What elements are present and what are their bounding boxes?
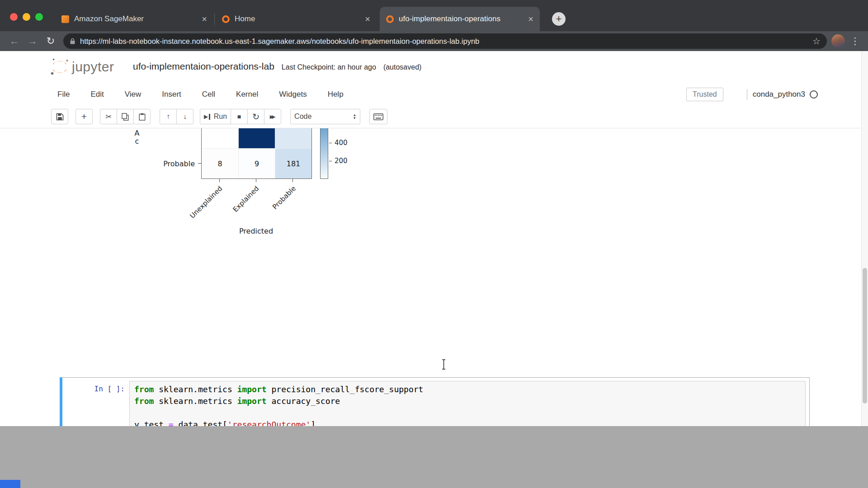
menu-kernel[interactable]: Kernel [236, 90, 258, 99]
notebook-toolbar: + ✂ ↑ ↓ [0, 105, 868, 128]
x-axis-label: Predicted [201, 227, 311, 235]
menu-help[interactable]: Help [328, 90, 344, 99]
add-cell-button[interactable]: + [75, 109, 93, 124]
heatmap-cell: 181 [275, 148, 311, 178]
heatmap-row-partial [202, 128, 311, 148]
close-window-button[interactable] [10, 13, 18, 21]
heatmap-cell [275, 128, 311, 148]
restart-icon: ↻ [252, 112, 259, 122]
menu-divider [747, 89, 747, 100]
jupyter-favicon-icon [386, 15, 394, 23]
restart-run-all-button[interactable]: ▶▶ [264, 109, 281, 124]
menu-view[interactable]: View [125, 90, 142, 99]
run-button[interactable]: ▶ Run [200, 109, 231, 124]
move-cell-up-button[interactable]: ↑ [160, 109, 177, 124]
tab-close-icon[interactable]: × [365, 14, 370, 23]
scrollbar-thumb[interactable] [863, 268, 867, 404]
jupyter-logo[interactable]: jupyter [50, 57, 114, 77]
tab-ufo-implementaion-operations[interactable]: ufo-implementaion-operations × [380, 7, 540, 31]
cell-type-select[interactable]: Code ▲▼ [290, 109, 360, 124]
heatmap-cell [202, 128, 238, 148]
forward-icon[interactable]: → [24, 35, 42, 47]
heatmap-cell [238, 128, 275, 148]
url-text: https://ml-labs-notebook-instance.notebo… [80, 37, 809, 46]
text-cursor-icon [441, 359, 447, 372]
cell-prompt: In [ ]: [62, 385, 125, 393]
cut-cell-button[interactable]: ✂ [100, 109, 117, 124]
x-tick-mark [292, 179, 293, 182]
move-cell-down-button[interactable]: ↓ [176, 109, 193, 124]
tab-close-icon[interactable]: × [202, 14, 207, 23]
notebook-title-row: ufo-implementaion-operations-lab Last Ch… [133, 61, 421, 72]
window-controls [10, 13, 43, 21]
notebook-menubar: File Edit View Insert Cell Kernel Widget… [0, 83, 868, 105]
jupyter-favicon-icon [222, 15, 230, 23]
run-label: Run [214, 113, 227, 121]
tab-title: Home [235, 14, 361, 23]
heatmap-cell: 9 [238, 148, 275, 178]
browser-toolbar: ← → ↻ https://ml-labs-notebook-instance.… [0, 31, 868, 51]
screen: Amazon SageMaker × Home × ufo-implementa… [0, 0, 868, 488]
page-scrollbar[interactable] [861, 51, 868, 426]
x-tick-mark [256, 179, 256, 182]
kernel-name: conda_python3 [753, 90, 805, 99]
heatmap-row-probable: 8 9 181 [202, 148, 311, 178]
notebook-header: jupyter ufo-implementaion-operations-lab… [0, 51, 868, 83]
profile-avatar[interactable] [831, 34, 845, 48]
paste-cell-button[interactable] [133, 109, 151, 124]
step-forward-icon: ▶ [204, 113, 208, 120]
menu-cell[interactable]: Cell [202, 90, 215, 99]
select-arrows-icon: ▲▼ [353, 113, 356, 120]
x-tick-mark [219, 179, 220, 182]
tab-amazon-sagemaker[interactable]: Amazon SageMaker × [55, 7, 213, 31]
menu-edit[interactable]: Edit [90, 90, 104, 99]
trusted-badge[interactable]: Trusted [686, 88, 723, 101]
command-palette-button[interactable] [369, 109, 387, 124]
menu-items: File Edit View Insert Cell Kernel Widget… [57, 90, 344, 99]
clipboard-group: ✂ [100, 109, 151, 124]
menu-insert[interactable]: Insert [162, 90, 181, 99]
fast-forward-icon: ▶▶ [270, 114, 276, 120]
address-bar[interactable]: https://ml-labs-notebook-instance.notebo… [63, 33, 827, 49]
tab-close-icon[interactable]: × [528, 14, 533, 23]
y-tick-mark [198, 163, 201, 164]
x-tick-label: Unexplained [189, 184, 224, 220]
colorbar [320, 128, 328, 179]
heatmap: 8 9 181 [201, 128, 312, 179]
menu-right-group: Trusted conda_python3 [686, 88, 818, 101]
restart-kernel-button[interactable]: ↻ [247, 109, 264, 124]
menu-file[interactable]: File [57, 90, 70, 99]
desktop-background [0, 426, 868, 488]
notebook-title[interactable]: ufo-implementaion-operations-lab [133, 61, 274, 72]
colorbar-tick-label: 400 [335, 139, 348, 147]
minimize-window-button[interactable] [23, 13, 30, 21]
scissors-icon: ✂ [105, 112, 112, 122]
sagemaker-favicon-icon [61, 15, 69, 23]
checkpoint-status: Last Checkpoint: an hour ago [282, 63, 376, 71]
tab-title: ufo-implementaion-operations [399, 14, 524, 23]
browser-menu-kebab-icon[interactable]: ⋮ [850, 36, 860, 47]
menu-widgets[interactable]: Widgets [279, 90, 307, 99]
confusion-matrix-output: Ac Probable 8 9 181 400 200 [0, 128, 868, 241]
heatmap-cell: 8 [202, 148, 238, 178]
copy-icon [122, 113, 129, 121]
save-button[interactable] [51, 109, 68, 124]
fullscreen-window-button[interactable] [35, 13, 43, 21]
desktop-blue-fragment [0, 480, 20, 488]
bookmark-star-icon[interactable]: ☆ [812, 36, 821, 47]
back-icon[interactable]: ← [5, 35, 24, 47]
x-tick-label: Probable [271, 184, 297, 211]
paste-icon [139, 113, 146, 121]
reload-icon[interactable]: ↻ [42, 35, 60, 47]
colorbar-tick-mark [329, 161, 332, 161]
interrupt-kernel-button[interactable]: ■ [231, 109, 248, 124]
x-tick-label: Explained [231, 184, 261, 214]
tab-home[interactable]: Home × [216, 7, 377, 31]
new-tab-button[interactable]: + [552, 12, 566, 26]
arrow-down-icon: ↓ [183, 113, 187, 121]
tab-title: Amazon SageMaker [74, 14, 198, 23]
stop-icon: ■ [237, 113, 241, 120]
kernel-idle-indicator-icon [810, 90, 818, 99]
copy-cell-button[interactable] [117, 109, 134, 124]
move-cell-group: ↑ ↓ [160, 109, 193, 124]
